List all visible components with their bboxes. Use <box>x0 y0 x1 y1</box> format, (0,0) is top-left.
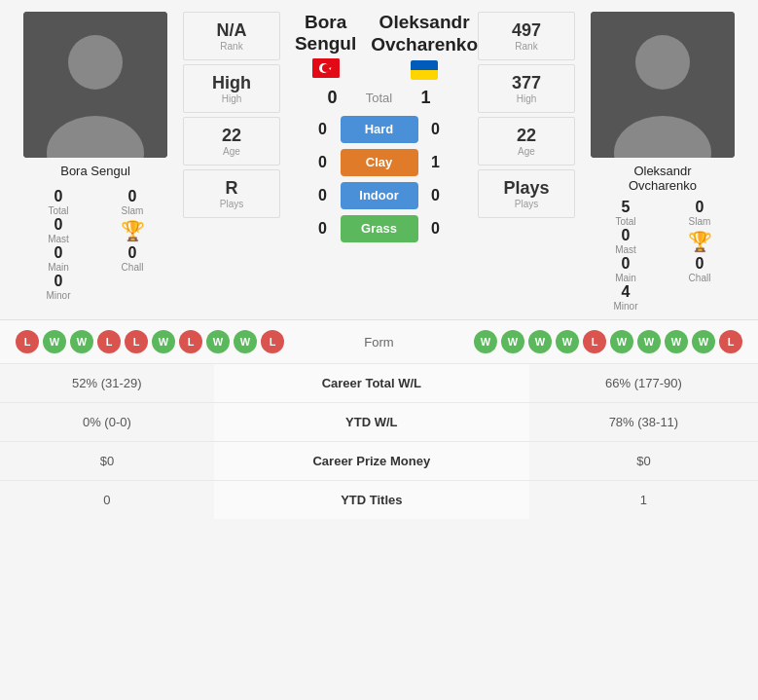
left-header-name: Bora Sengul <box>280 12 371 55</box>
left-stat-slam: 0 Slam <box>101 188 163 216</box>
indoor-btn[interactable]: Indoor <box>341 182 418 209</box>
stats-right-1: 78% (38-11) <box>529 403 758 442</box>
total-score-row: 0 Total 1 <box>280 88 478 108</box>
stats-left-2: $0 <box>0 442 214 481</box>
right-player-name: OleksandrOvcharenko <box>629 164 697 193</box>
stats-row-3: 0 YTD Titles 1 <box>0 481 758 520</box>
right-form-badge-1: W <box>501 330 524 353</box>
right-form-badge-3: W <box>556 330 579 353</box>
svg-point-1 <box>68 35 123 90</box>
right-flag <box>371 60 478 80</box>
left-form-badge-8: W <box>234 330 257 353</box>
right-form-badges: WWWWLWWWWL <box>418 330 743 353</box>
right-form-badge-4: L <box>583 330 606 353</box>
right-age-box: 22 Age <box>478 117 575 166</box>
left-middle-stats: N/A Rank High High 22 Age R Plays <box>183 12 280 312</box>
stats-left-3: 0 <box>0 481 214 520</box>
svg-point-5 <box>322 64 330 72</box>
stats-right-2: $0 <box>529 442 758 481</box>
left-player-card: Bora Sengul 0 Total 0 Slam 0 Ma <box>8 12 183 312</box>
stats-table: 52% (31-29) Career Total W/L 66% (177-90… <box>0 363 758 519</box>
left-form-badge-6: L <box>179 330 202 353</box>
stats-right-3: 1 <box>529 481 758 520</box>
right-player-card: OleksandrOvcharenko 5 Total 0 Slam 0 Mas… <box>575 12 750 312</box>
left-stat-total: 0 Total <box>27 188 90 216</box>
right-form-badge-0: W <box>474 330 497 353</box>
clay-btn[interactable]: Clay <box>341 149 418 176</box>
stats-left-0: 52% (31-29) <box>0 364 214 403</box>
right-stat-slam: 0 Slam <box>668 199 731 227</box>
stats-row-2: $0 Career Prize Money $0 <box>0 442 758 481</box>
right-middle-stats: 497 Rank 377 High 22 Age Plays Plays <box>478 12 575 312</box>
stats-row-0: 52% (31-29) Career Total W/L 66% (177-90… <box>0 364 758 403</box>
right-form-badge-7: W <box>665 330 688 353</box>
stats-left-1: 0% (0-0) <box>0 403 214 442</box>
right-high-box: 377 High <box>478 64 575 113</box>
grass-btn[interactable]: Grass <box>341 215 418 242</box>
left-form-badge-2: W <box>70 330 93 353</box>
right-form-badge-2: W <box>528 330 552 353</box>
left-rank-box: N/A Rank <box>183 12 280 60</box>
stats-right-0: 66% (177-90) <box>529 364 758 403</box>
right-form-badge-5: W <box>610 330 633 353</box>
left-trophy: 🏆 <box>101 216 163 244</box>
right-stat-total: 5 Total <box>595 199 657 227</box>
hard-btn[interactable]: Hard <box>341 116 418 143</box>
indoor-row: 0 Indoor 0 <box>280 182 478 209</box>
stats-row-1: 0% (0-0) YTD W/L 78% (38-11) <box>0 403 758 442</box>
scores-center: Bora Sengul OleksandrOvcha <box>280 12 478 312</box>
right-form-badge-6: W <box>637 330 661 353</box>
left-flag <box>280 58 371 78</box>
clay-row: 0 Clay 1 <box>280 149 478 176</box>
left-stat-chall: 0 Chall <box>101 244 163 273</box>
svg-point-8 <box>635 35 690 90</box>
stats-label-2: Career Prize Money <box>214 442 529 481</box>
left-plays-box: R Plays <box>183 169 280 218</box>
right-plays-box: Plays Plays <box>478 169 575 218</box>
form-section: LWWLLWLWWL Form WWWWLWWWWL <box>0 319 758 363</box>
grass-row: 0 Grass 0 <box>280 215 478 242</box>
right-player-avatar <box>591 12 735 158</box>
right-form-badge-9: L <box>719 330 742 353</box>
left-stat-minor: 0 Minor <box>27 273 90 301</box>
hard-row: 0 Hard 0 <box>280 116 478 143</box>
top-section: Bora Sengul 0 Total 0 Slam 0 Ma <box>0 0 758 312</box>
left-high-box: High High <box>183 64 280 113</box>
left-player-name: Bora Sengul <box>60 164 130 178</box>
form-label: Form <box>341 335 418 350</box>
left-form-badge-5: W <box>152 330 175 353</box>
left-age-box: 22 Age <box>183 117 280 166</box>
right-header-name: OleksandrOvcharenko <box>371 12 478 56</box>
stats-label-1: YTD W/L <box>214 403 529 442</box>
left-form-badge-7: W <box>206 330 230 353</box>
left-form-badge-3: L <box>97 330 121 353</box>
left-form-badge-1: W <box>43 330 66 353</box>
left-form-badges: LWWLLWLWWL <box>16 330 341 353</box>
left-stat-main: 0 Main <box>27 244 90 273</box>
right-stat-mast: 0 Mast <box>595 227 657 255</box>
left-stat-mast: 0 Mast <box>27 216 90 244</box>
right-stat-minor: 4 Minor <box>595 283 657 312</box>
right-trophy: 🏆 <box>668 227 731 255</box>
left-player-avatar <box>23 12 167 158</box>
right-rank-box: 497 Rank <box>478 12 575 60</box>
page-container: Bora Sengul 0 Total 0 Slam 0 Ma <box>0 0 758 519</box>
stats-label-0: Career Total W/L <box>214 364 529 403</box>
right-form-badge-8: W <box>692 330 715 353</box>
right-stat-main: 0 Main <box>595 255 657 283</box>
left-form-badge-4: L <box>125 330 148 353</box>
stats-label-3: YTD Titles <box>214 481 529 520</box>
left-form-badge-0: L <box>16 330 39 353</box>
right-stat-chall: 0 Chall <box>668 255 731 283</box>
left-form-badge-9: L <box>261 330 284 353</box>
